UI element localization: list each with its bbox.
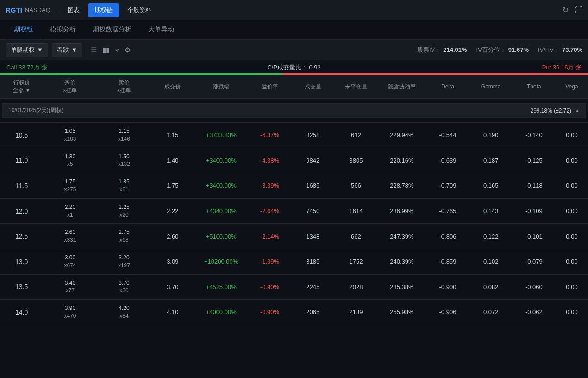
cell-last: 2.22 (151, 198, 194, 224)
header-strike[interactable]: 行权价全部 ▼ (0, 75, 43, 99)
cell-volume: 2065 (291, 300, 334, 325)
cell-ask[interactable]: 1.85x81 (97, 173, 151, 199)
ivhv-label: IV/HV： (538, 46, 560, 54)
cell-theta: -0.060 (513, 274, 556, 300)
cell-ask[interactable]: 4.20x84 (97, 300, 151, 325)
cell-change: +4000.00% (194, 300, 248, 325)
table-row[interactable]: 12.5 2.60x331 2.75x68 2.60 +5100.00% -2.… (0, 224, 588, 249)
settings-icon[interactable]: ⚙ (125, 46, 131, 54)
table-row[interactable]: 13.5 3.40x77 3.70x30 3.70 +4525.00% -0.9… (0, 274, 588, 300)
cell-vega: 0.00 (556, 198, 588, 224)
cell-bid[interactable]: 3.00x674 (43, 249, 97, 274)
group-pct: 299.18% (±2.72) (530, 107, 571, 114)
header-iv: 隐含波动率 (378, 75, 426, 99)
subnav-options-chain[interactable]: 期权链 (6, 22, 42, 38)
header-premium: 溢价率 (248, 75, 291, 99)
cell-change: +5100.00% (194, 224, 248, 249)
options-table: 行权价全部 ▼ 买价x挂单 卖价x挂单 成交价 涨跌幅 溢价率 成交量 未平仓量… (0, 75, 588, 325)
cell-iv: 228.78% (378, 173, 426, 199)
cell-last: 1.15 (151, 123, 194, 148)
cell-vega: 0.00 (556, 148, 588, 173)
cell-theta: -0.109 (513, 198, 556, 224)
toolbar-icons: ☰ ▮▮ ▿ ⚙ (91, 46, 131, 54)
group-header: 10/01/2025(2天)(周权) 299.18% (±2.72) ▲ (2, 103, 586, 118)
cell-oi: 566 (334, 173, 377, 199)
direction-dropdown[interactable]: 看跌 ▼ (52, 43, 82, 57)
cell-ask[interactable]: 3.20x197 (97, 249, 151, 274)
table-row[interactable]: 12.0 2.20x1 2.25x20 2.22 +4340.00% -2.64… (0, 198, 588, 224)
cell-ask[interactable]: 1.50x132 (97, 148, 151, 173)
cell-bid[interactable]: 3.40x77 (43, 274, 97, 300)
table-icon[interactable]: ☰ (91, 46, 97, 54)
refresh-icon[interactable]: ↻ (563, 6, 569, 14)
toolbar-right: 股票IV： 214.01% IV百分位： 91.67% IV/HV： 73.70… (417, 46, 582, 54)
header-bid: 买价x挂单 (43, 75, 97, 99)
table-row[interactable]: 11.0 1.30x5 1.50x132 1.40 +3400.00% -4.3… (0, 148, 588, 173)
cell-iv: 220.16% (378, 148, 426, 173)
cell-iv: 247.39% (378, 224, 426, 249)
cell-delta: -0.544 (426, 123, 469, 148)
cell-bid[interactable]: 2.60x331 (43, 224, 97, 249)
cell-premium: -2.14% (248, 224, 291, 249)
cell-volume: 3185 (291, 249, 334, 274)
toolbar: 单腿期权 ▼ 看跌 ▼ ☰ ▮▮ ▿ ⚙ 股票IV： 214.01% IV百分位… (0, 40, 588, 60)
table-row[interactable]: 10.5 1.05x183 1.15x146 1.15 +3733.33% -6… (0, 123, 588, 148)
cell-volume: 2245 (291, 274, 334, 300)
columns-icon[interactable]: ▮▮ (102, 46, 110, 54)
cell-bid[interactable]: 3.90x470 (43, 300, 97, 325)
cell-last: 4.10 (151, 300, 194, 325)
cp-call-label: Call 33.72万 张 (6, 63, 47, 72)
leg-type-dropdown[interactable]: 单腿期权 ▼ (6, 43, 48, 57)
ticker-symbol: RGTI (6, 6, 22, 14)
options-table-container[interactable]: 行权价全部 ▼ 买价x挂单 卖价x挂单 成交价 涨跌幅 溢价率 成交量 未平仓量… (0, 75, 588, 359)
subnav-options-data[interactable]: 期权数据分析 (84, 22, 140, 38)
cell-gamma: 0.122 (469, 224, 513, 249)
cell-iv: 235.38% (378, 274, 426, 300)
cell-premium: -3.39% (248, 173, 291, 199)
cell-premium: -0.90% (248, 274, 291, 300)
iv-pct-stat: IV百分位： 91.67% (476, 46, 529, 54)
subnav-large-orders[interactable]: 大单异动 (140, 22, 182, 38)
cell-iv: 255.98% (378, 300, 426, 325)
ivhv-value: 73.70% (562, 46, 582, 53)
cell-gamma: 0.190 (469, 123, 513, 148)
cell-delta: -0.906 (426, 300, 469, 325)
table-row[interactable]: 14.0 3.90x470 4.20x84 4.10 +4000.00% -0.… (0, 300, 588, 325)
tab-stock-info[interactable]: 个股资料 (121, 3, 158, 17)
subnav-sim-analysis[interactable]: 模拟分析 (42, 22, 84, 38)
cell-theta: -0.118 (513, 173, 556, 199)
cell-ask[interactable]: 2.75x68 (97, 224, 151, 249)
cell-premium: -1.39% (248, 249, 291, 274)
group-chevron[interactable]: ▲ (575, 108, 580, 113)
cell-delta: -0.709 (426, 173, 469, 199)
fullscreen-icon[interactable]: ⛶ (575, 6, 582, 14)
cell-vega: 0.00 (556, 123, 588, 148)
cell-change: +4525.00% (194, 274, 248, 300)
cell-ask[interactable]: 2.25x20 (97, 198, 151, 224)
exchange-label: NASDAQ (25, 6, 50, 13)
cell-strike: 12.5 (0, 224, 43, 249)
cell-oi: 3805 (334, 148, 377, 173)
cell-bid[interactable]: 1.05x183 (43, 123, 97, 148)
cell-premium: -0.90% (248, 300, 291, 325)
cell-bid[interactable]: 1.30x5 (43, 148, 97, 173)
cell-last: 1.75 (151, 173, 194, 199)
group-header-right: 299.18% (±2.72) ▲ (530, 107, 580, 114)
nav-separator: | (55, 6, 56, 13)
cell-bid[interactable]: 1.75x275 (43, 173, 97, 199)
tab-options-chain[interactable]: 期权链 (88, 3, 119, 17)
cell-strike: 11.0 (0, 148, 43, 173)
tab-chart[interactable]: 图表 (61, 3, 86, 17)
cell-premium: -6.37% (248, 123, 291, 148)
cell-premium: -4.38% (248, 148, 291, 173)
cell-ask[interactable]: 1.15x146 (97, 123, 151, 148)
header-theta: Theta (513, 75, 556, 99)
cell-last: 3.09 (151, 249, 194, 274)
table-row[interactable]: 11.5 1.75x275 1.85x81 1.75 +3400.00% -3.… (0, 173, 588, 199)
cell-ask[interactable]: 3.70x30 (97, 274, 151, 300)
table-row[interactable]: 13.0 3.00x674 3.20x197 3.09 +10200.00% -… (0, 249, 588, 274)
cp-bar-row: Call 33.72万 张 C/P成交量比： 0.93 Put 36.16万 张 (0, 60, 588, 75)
header-last: 成交价 (151, 75, 194, 99)
filter-icon[interactable]: ▿ (115, 46, 119, 54)
cell-bid[interactable]: 2.20x1 (43, 198, 97, 224)
